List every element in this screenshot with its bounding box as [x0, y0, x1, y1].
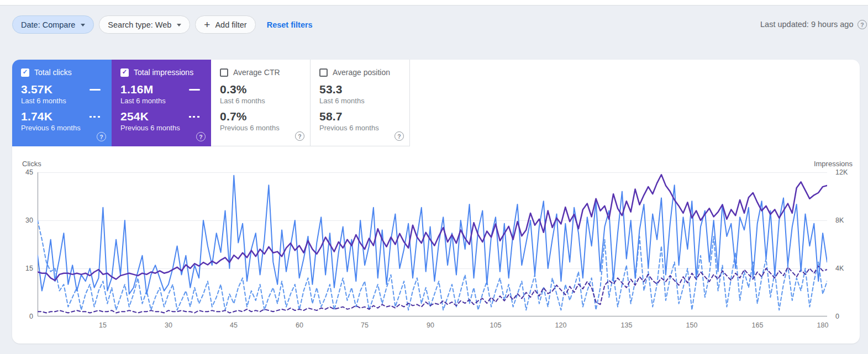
x-axis-tick: 90 [419, 321, 441, 329]
solid-line-legend-icon [189, 89, 200, 91]
metric-previous-period: Previous 6 months [319, 124, 403, 132]
metric-label: Average position [333, 68, 390, 77]
add-filter-button[interactable]: + Add filter [195, 15, 255, 34]
reset-filters-link[interactable]: Reset filters [267, 20, 313, 29]
x-axis-tick: 15 [92, 321, 114, 329]
x-axis-tick: 60 [288, 321, 311, 329]
metric-tile-total-impressions[interactable]: Total impressions 1.16M Last 6 months 25… [112, 60, 211, 146]
metric-tile-average-ctr[interactable]: Average CTR 0.3% Last 6 months 0.7% Prev… [211, 60, 311, 146]
metric-tile-average-position[interactable]: Average position 53.3 Last 6 months 58.7… [311, 60, 410, 146]
date-filter-label: Date: Compare [21, 20, 75, 29]
help-icon[interactable]: ? [97, 132, 106, 141]
checkbox-unchecked-icon[interactable] [319, 68, 328, 77]
filter-bar: Date: Compare Search type: Web + Add fil… [12, 15, 313, 34]
x-axis-tick: 165 [746, 321, 769, 329]
dashed-line-legend-icon [189, 116, 200, 118]
performance-chart[interactable]: Clicks Impressions 45 30 15 0 12K 8K 4K … [12, 160, 860, 344]
checkbox-unchecked-icon[interactable] [220, 68, 228, 77]
right-axis-tick: 12K [835, 168, 858, 177]
help-icon[interactable]: ? [394, 131, 404, 141]
search-type-label: Search type: Web [108, 20, 171, 29]
search-type-filter-chip[interactable]: Search type: Web [99, 15, 190, 34]
right-axis-tick: 4K [835, 264, 858, 273]
help-icon[interactable]: ? [295, 131, 304, 141]
metric-previous-period: Previous 6 months [21, 124, 105, 132]
metric-current-value: 0.3% [220, 83, 247, 96]
metric-current-value: 1.16M [120, 83, 153, 96]
x-axis-tick: 120 [550, 321, 572, 329]
metric-label: Total clicks [34, 68, 72, 77]
solid-line-legend-icon [90, 89, 101, 91]
left-axis-tick: 45 [12, 168, 33, 177]
metric-previous-value: 58.7 [319, 110, 343, 123]
help-icon[interactable]: ? [196, 132, 206, 141]
top-divider [0, 0, 868, 6]
metric-previous-value: 254K [120, 110, 149, 123]
metric-current-value: 53.3 [319, 83, 343, 96]
metric-previous-value: 0.7% [220, 110, 247, 123]
checkbox-checked-icon[interactable] [120, 68, 129, 77]
dashed-line-legend-icon [90, 116, 101, 118]
metric-label: Total impressions [134, 68, 193, 77]
metric-current-period: Last 6 months [120, 97, 204, 105]
metric-current-value: 3.57K [21, 83, 52, 96]
help-icon[interactable]: ? [858, 20, 867, 29]
left-axis-tick: 15 [12, 264, 33, 273]
metric-previous-value: 1.74K [21, 110, 52, 123]
metric-previous-period: Previous 6 months [120, 124, 204, 132]
right-axis-tick: 0 [835, 312, 858, 321]
x-axis-tick: 150 [681, 321, 703, 329]
metric-previous-period: Previous 6 months [220, 124, 303, 132]
x-axis-tick: 45 [223, 321, 245, 329]
metric-label: Average CTR [233, 68, 280, 77]
right-axis-title: Impressions [814, 160, 853, 168]
x-axis-tick: 75 [354, 321, 376, 329]
metric-tiles-row: Total clicks 3.57K Last 6 months 1.74K P… [12, 60, 860, 146]
last-updated-text: Last updated: 9 hours ago [760, 20, 854, 29]
chart-plot-area[interactable] [38, 172, 827, 316]
metric-tile-total-clicks[interactable]: Total clicks 3.57K Last 6 months 1.74K P… [12, 60, 112, 146]
date-filter-chip[interactable]: Date: Compare [12, 15, 94, 34]
performance-card: Total clicks 3.57K Last 6 months 1.74K P… [12, 60, 860, 344]
metric-current-period: Last 6 months [319, 97, 403, 105]
left-axis-tick: 0 [12, 312, 33, 321]
x-axis-tick: 30 [157, 321, 180, 329]
x-axis-tick: 135 [616, 321, 638, 329]
right-axis-tick: 8K [835, 216, 858, 225]
chevron-down-icon [81, 24, 85, 27]
x-axis-tick: 105 [485, 321, 507, 329]
plus-icon: + [204, 19, 210, 30]
checkbox-checked-icon[interactable] [21, 68, 29, 77]
chevron-down-icon [177, 24, 181, 27]
x-axis-labels: 153045607590105120135150165180 [38, 321, 827, 332]
metric-current-period: Last 6 months [220, 97, 303, 105]
metric-current-period: Last 6 months [21, 97, 105, 105]
left-axis-tick: 30 [12, 216, 33, 225]
add-filter-label: Add filter [215, 20, 246, 29]
x-axis-tick: 180 [812, 321, 834, 329]
left-axis-title: Clicks [22, 160, 41, 168]
